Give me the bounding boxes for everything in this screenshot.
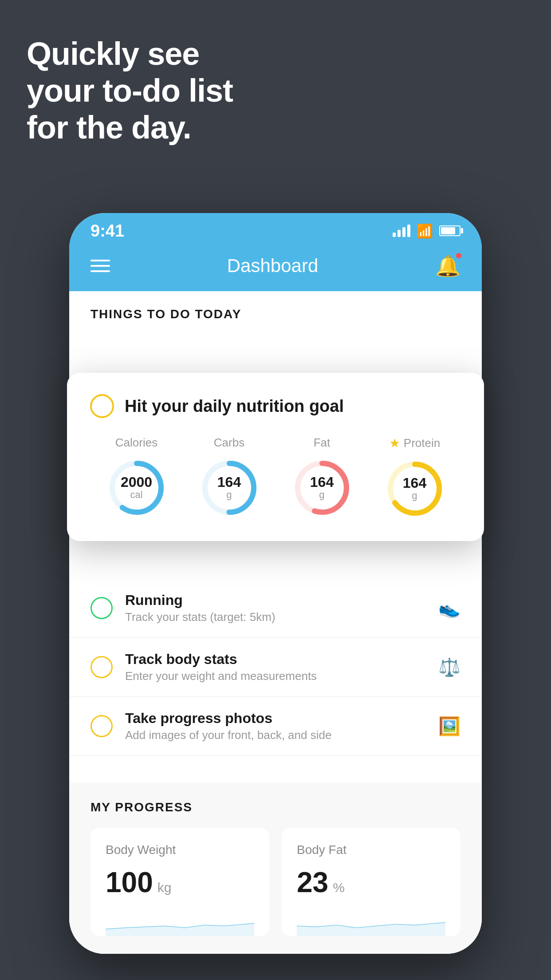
todo-subtitle-running: Track your stats (target: 5km) [125,610,426,624]
progress-cards: Body Weight 100 kg Body Fat [91,828,460,936]
things-title: THINGS TO DO TODAY [69,291,482,330]
header-title: Dashboard [227,255,318,277]
signal-icon [393,225,410,237]
carbs-label: Carbs [214,436,244,450]
body-fat-card: Body Fat 23 % [282,828,460,936]
todo-title-photos: Take progress photos [125,710,426,727]
fat-unit: g [310,489,334,501]
nutrition-carbs: Carbs 164 g [198,436,260,519]
status-time: 9:41 [91,221,124,241]
battery-icon [439,225,460,236]
card-header: Hit your daily nutrition goal [90,394,461,418]
todo-text-running: Running Track your stats (target: 5km) [125,592,426,624]
nutrition-card: Hit your daily nutrition goal Calories 2… [67,373,484,541]
todo-circle-yellow-stats [91,656,113,678]
nutrition-circles: Calories 2000 cal Carbs [90,436,461,520]
hero-line2: your to-do list [27,72,233,109]
todo-subtitle-body-stats: Enter your weight and measurements [125,669,426,683]
status-bar: 9:41 📶 [69,213,482,245]
body-weight-card: Body Weight 100 kg [91,828,269,936]
person-icon: 🖼️ [438,716,460,737]
progress-title: MY PROGRESS [91,800,460,814]
nutrition-protein: ★ Protein 164 g [384,436,446,520]
hamburger-line [91,270,110,272]
calories-value: 2000 [121,475,152,489]
nutrition-checkbox[interactable] [90,394,114,418]
protein-unit: g [403,490,426,502]
protein-ring: 164 g [384,458,446,520]
hero-line1: Quickly see [27,36,233,72]
hero-line3: for the day. [27,109,233,146]
calories-ring: 2000 cal [106,457,168,519]
shoe-icon: 👟 [438,598,460,619]
body-weight-value: 100 kg [106,866,254,899]
todo-item-photos[interactable]: Take progress photos Add images of your … [69,697,482,756]
todo-list: Running Track your stats (target: 5km) 👟… [69,579,482,756]
todo-text-body-stats: Track body stats Enter your weight and m… [125,651,426,683]
fat-ring: 164 g [291,457,353,519]
bell-icon[interactable]: 🔔 [435,254,460,278]
hamburger-menu[interactable] [91,260,110,272]
hero-text: Quickly see your to-do list for the day. [27,36,233,146]
body-fat-number: 23 [297,866,328,899]
carbs-ring: 164 g [198,457,260,519]
todo-title-body-stats: Track body stats [125,651,426,668]
todo-text-photos: Take progress photos Add images of your … [125,710,426,742]
wifi-icon: 📶 [417,223,433,239]
hamburger-line [91,265,110,267]
phone-frame: 9:41 📶 Dashboard 🔔 THINGS T [69,213,482,954]
hamburger-line [91,260,110,261]
notification-dot [455,252,462,259]
scale-icon: ⚖️ [438,657,460,678]
calories-unit: cal [121,489,152,501]
body-fat-sparkline [297,909,445,936]
todo-title-running: Running [125,592,426,609]
todo-item-running[interactable]: Running Track your stats (target: 5km) 👟 [69,579,482,638]
body-weight-label: Body Weight [106,843,254,857]
body-weight-number: 100 [106,866,153,899]
todo-item-body-stats[interactable]: Track body stats Enter your weight and m… [69,638,482,697]
body-weight-sparkline [106,909,254,936]
nutrition-calories: Calories 2000 cal [106,436,168,519]
fat-label: Fat [314,436,331,450]
todo-circle-yellow-photos [91,715,113,737]
app-header: Dashboard 🔔 [69,245,482,291]
status-icons: 📶 [393,223,460,239]
nutrition-card-title: Hit your daily nutrition goal [125,397,344,416]
todo-circle-green [91,597,113,619]
protein-label: ★ Protein [389,436,440,450]
star-icon: ★ [389,436,400,450]
carbs-unit: g [217,489,241,501]
protein-label-text: Protein [404,436,440,450]
progress-section: MY PROGRESS Body Weight 100 kg [69,782,482,954]
body-weight-unit: kg [157,880,172,895]
protein-value: 164 [403,476,426,490]
body-fat-unit: % [333,880,345,895]
fat-value: 164 [310,475,334,489]
calories-label: Calories [115,436,157,450]
todo-subtitle-photos: Add images of your front, back, and side [125,728,426,742]
carbs-value: 164 [217,475,241,489]
body-fat-label: Body Fat [297,843,445,857]
nutrition-fat: Fat 164 g [291,436,353,519]
body-fat-value: 23 % [297,866,445,899]
